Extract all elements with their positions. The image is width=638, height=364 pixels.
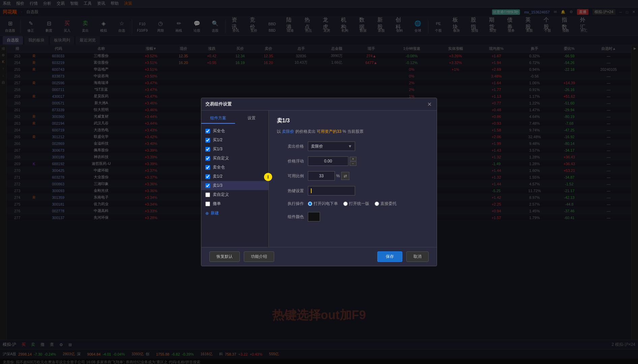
plan-sell-half[interactable]: 卖1/2: [201, 172, 268, 181]
color-row: 组件颜色: [277, 212, 429, 221]
plan-buy-third[interactable]: 买1/3: [201, 145, 268, 154]
plan-cancel[interactable]: 撤单: [201, 199, 268, 208]
intro-button[interactable]: 功能介绍: [244, 251, 274, 262]
sell-price-value: 卖限价: [311, 144, 323, 149]
action-direct-radio[interactable]: [375, 202, 379, 206]
plan-buy-custom-checkbox[interactable]: [205, 156, 210, 161]
ratio-row: 可用比例 % ⇄: [277, 171, 429, 181]
cursor-indicator: |: [311, 188, 312, 193]
plan-buy-half[interactable]: 买1/2: [201, 135, 268, 145]
restore-default-button[interactable]: 恢复默认: [209, 251, 240, 262]
hotkey-control: |: [308, 186, 355, 195]
description-text: 以 卖限价 的价格卖出 可用资产的33 % 当前股票: [277, 128, 429, 135]
ratio-input[interactable]: [308, 171, 335, 181]
plan-buy-all-checkbox[interactable]: [205, 129, 210, 133]
action-unified-radio[interactable]: [343, 202, 348, 206]
plan-add-button[interactable]: ⊕ 新建: [201, 208, 268, 218]
section-title: 卖1/3: [277, 117, 429, 124]
dropdown-arrow-icon: ▼: [348, 144, 352, 149]
plan-cancel-checkbox[interactable]: [205, 202, 210, 206]
cancel-button[interactable]: 取消: [406, 251, 429, 262]
color-control: [308, 212, 320, 221]
cursor-tooltip: I: [264, 173, 272, 181]
spin-up-button[interactable]: +: [350, 157, 356, 161]
modal-tab-bar: 组件方案 设置: [201, 113, 268, 124]
footer-left-buttons: 恢复默认 功能介绍: [209, 251, 274, 262]
action-flash-label[interactable]: 打开闪电下单: [308, 201, 338, 207]
modal-overlay: 交易组件设置 ✕ 组件方案 设置 买全仓 买1/2: [0, 0, 638, 364]
sell-price-dropdown[interactable]: 卖限价 ▼: [308, 142, 355, 151]
action-direct-label[interactable]: 直接委托: [375, 201, 397, 207]
price-float-label: 价格浮动: [277, 158, 304, 164]
modal-title: 交易组件设置: [205, 101, 232, 107]
footer-right-buttons: 保存 取消: [377, 251, 429, 262]
tab-settings[interactable]: 设置: [235, 113, 269, 124]
price-float-input[interactable]: [308, 156, 348, 166]
plan-sell-custom[interactable]: 卖自定义: [201, 190, 268, 199]
hotkey-label: 热键设置: [277, 188, 304, 194]
sell-price-label: 卖出价格: [277, 144, 304, 149]
ratio-icon-button[interactable]: ⇄: [341, 172, 349, 180]
trade-widget-modal: 交易组件设置 ✕ 组件方案 设置 买全仓 买1/2: [201, 98, 437, 266]
modal-footer: 恢复默认 功能介绍 保存 取消: [201, 247, 437, 266]
save-button[interactable]: 保存: [377, 251, 402, 262]
percent-unit: %: [336, 174, 340, 178]
modal-left-panel: 组件方案 设置 买全仓 买1/2 买1/3 买自: [201, 111, 269, 247]
asset-pct-link[interactable]: 可用资产的33: [317, 129, 341, 134]
action-radio-group: 打开闪电下单 打开统一版 直接委托: [308, 201, 397, 207]
plan-sell-half-checkbox[interactable]: [205, 174, 210, 179]
plan-sell-custom-checkbox[interactable]: [205, 192, 210, 197]
tab-plan[interactable]: 组件方案: [201, 113, 235, 124]
ratio-control: % ⇄: [308, 171, 349, 181]
spin-buttons: + −: [350, 157, 356, 166]
plan-buy-third-checkbox[interactable]: [205, 147, 210, 152]
modal-close-button[interactable]: ✕: [426, 101, 433, 108]
hotkey-input-box[interactable]: |: [308, 186, 355, 195]
action-flash-radio[interactable]: [308, 202, 312, 206]
plan-sell-third[interactable]: 卖1/3: [201, 181, 268, 190]
plan-sell-third-checkbox[interactable]: [205, 183, 210, 188]
plan-sell-all-checkbox[interactable]: [205, 165, 210, 170]
plan-buy-custom[interactable]: 买自定义: [201, 154, 268, 163]
plan-buy-half-checkbox[interactable]: [205, 138, 210, 143]
action-unified-label[interactable]: 打开统一版: [343, 201, 369, 207]
sell-price-link[interactable]: 卖限价: [282, 129, 294, 134]
price-float-control: + −: [308, 156, 356, 166]
color-label: 组件颜色: [277, 214, 304, 220]
ratio-label: 可用比例: [277, 173, 304, 179]
modal-right-panel: 卖1/3 以 卖限价 的价格卖出 可用资产的33 % 当前股票 卖出价格 卖限价…: [269, 111, 437, 247]
price-float-row: 价格浮动 + −: [277, 156, 429, 166]
sell-price-control: 卖限价 ▼: [308, 142, 355, 151]
spin-down-button[interactable]: −: [350, 161, 356, 166]
hotkey-row: 热键设置 |: [277, 186, 429, 195]
modal-body: 组件方案 设置 买全仓 买1/2 买1/3 买自: [201, 111, 437, 247]
color-swatch[interactable]: [308, 212, 320, 221]
sell-price-row: 卖出价格 卖限价 ▼: [277, 142, 429, 151]
action-row: 执行操作 打开闪电下单 打开统一版 直接委托: [277, 201, 429, 207]
plan-buy-all[interactable]: 买全仓: [201, 126, 268, 135]
action-label: 执行操作: [277, 201, 304, 207]
modal-header: 交易组件设置 ✕: [201, 98, 437, 111]
plus-icon: ⊕: [205, 211, 209, 216]
plan-sell-all[interactable]: 卖全仓: [201, 163, 268, 172]
